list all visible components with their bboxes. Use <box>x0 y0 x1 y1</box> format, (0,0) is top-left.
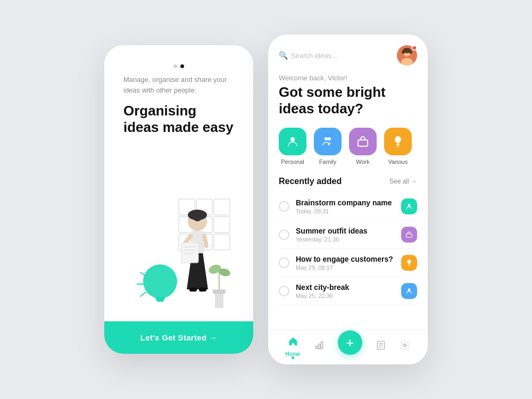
section-header: Recently added See all → <box>279 177 417 186</box>
svg-point-37 <box>402 51 405 54</box>
nav-stats[interactable] <box>314 340 325 353</box>
svg-rect-10 <box>155 297 165 300</box>
idea-tag-2 <box>401 227 417 243</box>
see-all-button[interactable]: See all → <box>389 178 417 185</box>
idea-info-3: How to engage customers? May 29, 08:17 <box>296 255 395 271</box>
category-family[interactable]: Family <box>314 128 342 165</box>
svg-rect-32 <box>199 287 206 292</box>
idea-date-2: Yesterday, 21:36 <box>296 236 395 243</box>
various-icon <box>384 128 412 155</box>
svg-line-23 <box>204 236 206 246</box>
idea-info-2: Summer outfit ideas Yesterday, 21:36 <box>296 227 395 243</box>
idea-item-4[interactable]: Next city-break May 25, 21:36 <box>279 277 417 305</box>
idea-item-2[interactable]: Summer outfit ideas Yesterday, 21:36 <box>279 221 417 249</box>
family-label: Family <box>319 159 336 165</box>
svg-point-41 <box>328 137 331 140</box>
idea-info-4: Next city-break May 25, 21:36 <box>296 283 395 299</box>
bottom-nav: Home + <box>268 330 428 364</box>
idea-title-4: Next city-break <box>296 283 395 292</box>
svg-rect-2 <box>214 199 230 215</box>
family-icon <box>314 128 342 155</box>
onboarding-text-block: Manage, organise and share your ideas wi… <box>104 74 253 136</box>
work-label: Work <box>356 159 369 165</box>
svg-line-14 <box>140 292 146 296</box>
app-header: 🔍 Search ideas... <box>279 45 417 65</box>
onboarding-title: Organising ideas made easy <box>123 103 234 136</box>
onboarding-screen: Manage, organise and share your ideas wi… <box>104 45 253 354</box>
svg-point-40 <box>325 137 328 140</box>
svg-point-49 <box>408 289 411 292</box>
svg-rect-8 <box>214 234 230 250</box>
documents-icon <box>376 340 386 353</box>
idea-date-1: Today, 09:31 <box>296 208 395 214</box>
idea-item-3[interactable]: How to engage customers? May 29, 08:17 <box>279 249 417 277</box>
svg-rect-44 <box>397 146 399 147</box>
illustration-area <box>104 136 253 321</box>
add-button[interactable]: + <box>338 330 362 355</box>
idea-date-3: May 29, 08:17 <box>296 264 395 271</box>
idea-checkbox-4[interactable] <box>279 286 289 296</box>
avatar-wrap[interactable] <box>397 45 417 65</box>
idea-checkbox-2[interactable] <box>279 229 289 240</box>
nav-settings[interactable] <box>400 340 410 353</box>
svg-rect-15 <box>215 292 223 308</box>
notification-badge <box>412 45 417 51</box>
recently-added-title: Recently added <box>279 177 342 186</box>
svg-point-9 <box>143 264 177 298</box>
idea-title-3: How to engage customers? <box>296 255 395 263</box>
app-content: 🔍 Search ideas... <box>268 35 428 330</box>
onboarding-subtitle: Manage, organise and share your ideas wi… <box>123 74 234 95</box>
svg-rect-46 <box>406 234 412 238</box>
svg-rect-47 <box>408 264 410 265</box>
svg-point-38 <box>409 51 412 54</box>
screens-container: Manage, organise and share your ideas wi… <box>104 35 428 364</box>
svg-rect-11 <box>156 300 164 302</box>
settings-icon <box>400 340 410 353</box>
onboarding-illustration <box>120 183 237 321</box>
idea-tag-4 <box>401 283 417 299</box>
idea-date-4: May 25, 21:36 <box>296 293 395 299</box>
home-icon <box>288 336 298 349</box>
home-active-dot <box>292 356 294 359</box>
nav-documents[interactable] <box>376 340 386 353</box>
category-personal[interactable]: Personal <box>279 128 306 165</box>
category-various[interactable]: Various <box>384 128 412 165</box>
svg-rect-5 <box>214 217 230 232</box>
svg-rect-43 <box>396 144 400 145</box>
svg-rect-24 <box>181 243 198 263</box>
welcome-text: Welcome back, Victor! <box>279 74 417 82</box>
idea-title-2: Summer outfit ideas <box>296 227 395 235</box>
personal-label: Personal <box>281 159 304 165</box>
get-started-button[interactable]: Let's Get Started → <box>104 321 253 354</box>
idea-info-1: Brainstorm company name Today, 09:31 <box>296 198 395 214</box>
svg-rect-50 <box>315 346 317 348</box>
idea-tag-1 <box>401 198 417 214</box>
idea-checkbox-1[interactable] <box>279 201 289 212</box>
stats-icon <box>314 340 325 353</box>
idea-title-1: Brainstorm company name <box>296 198 395 207</box>
idea-checkbox-3[interactable] <box>279 257 289 268</box>
pagination-dots <box>173 64 184 68</box>
svg-point-57 <box>404 344 406 346</box>
category-work[interactable]: Work <box>349 128 377 165</box>
work-icon <box>349 128 377 155</box>
svg-point-45 <box>408 204 411 207</box>
svg-rect-52 <box>321 342 322 348</box>
dot-1 <box>173 64 177 68</box>
svg-rect-48 <box>409 265 410 266</box>
search-input[interactable]: Search ideas... <box>291 52 337 60</box>
personal-icon <box>279 128 306 155</box>
svg-rect-31 <box>189 287 197 292</box>
svg-rect-51 <box>318 344 320 348</box>
add-icon: + <box>346 336 354 350</box>
idea-item-1[interactable]: Brainstorm company name Today, 09:31 <box>279 193 417 221</box>
idea-tag-3 <box>401 255 417 271</box>
app-screen: 🔍 Search ideas... <box>268 35 428 364</box>
idea-list: Brainstorm company name Today, 09:31 Sum… <box>279 193 417 305</box>
dot-2 <box>180 64 184 68</box>
svg-rect-16 <box>213 289 226 294</box>
search-bar[interactable]: 🔍 Search ideas... <box>279 51 397 60</box>
categories-row: Personal Family Work <box>279 128 417 165</box>
nav-home[interactable]: Home <box>286 336 301 357</box>
svg-rect-42 <box>358 140 368 146</box>
